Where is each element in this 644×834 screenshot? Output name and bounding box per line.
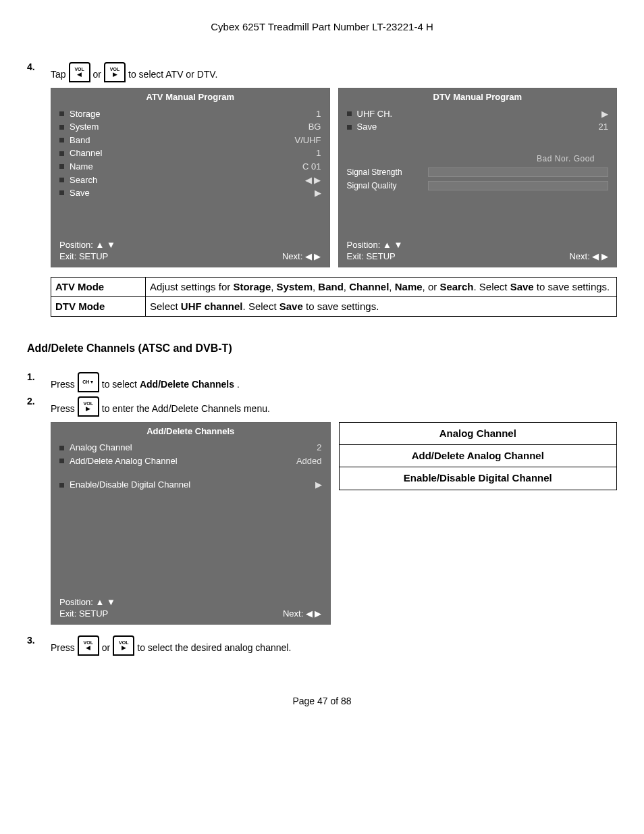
text: Press — [51, 378, 75, 391]
bold: Save — [279, 301, 303, 312]
menu-item: Storage1 — [59, 107, 321, 121]
ad-step-3: 3. Press VOL ◀ or VOL ▶ to select the de… — [27, 634, 617, 654]
triangle-right-icon: ▶ — [122, 645, 126, 651]
step-number: 3. — [27, 634, 51, 654]
menu-item: Add/Delete Analog ChannelAdded — [59, 454, 322, 468]
ch-down-icon: CH▼ — [78, 372, 99, 392]
atv-mode-desc: Adjust settings for Storage, System, Ban… — [146, 277, 617, 296]
item-value: 2 — [317, 442, 321, 454]
bold: Band — [318, 281, 344, 292]
bold: Search — [439, 281, 473, 292]
menu-item: NameC 01 — [59, 160, 321, 174]
footer-position: Position: ▲ ▼ — [59, 596, 322, 608]
dtv-mode-desc: Select UHF channel. Select Save to save … — [146, 296, 617, 316]
panel-footer: Position: ▲ ▼ Exit: SETUPNext: ◀ ▶ — [339, 236, 617, 267]
menu-item: Analog Channel2 — [59, 441, 322, 454]
bold: Name — [395, 281, 423, 292]
text: , — [344, 281, 349, 292]
vol-right-icon: VOL ▶ — [113, 635, 134, 656]
meter-bar — [428, 167, 609, 177]
panel-title: Add/Delete Channels — [51, 423, 330, 440]
text: to select the desired analog channel. — [137, 642, 291, 654]
text: Press — [51, 402, 75, 415]
meter-bar — [428, 181, 609, 190]
ad-step-1: 1. Press CH▼ to select Add/Delete Channe… — [27, 371, 617, 391]
signal-strength-row: Signal Strength — [347, 167, 609, 178]
option-table: Analog Channel Add/Delete Analog Channel… — [339, 422, 618, 490]
panel-title: ATV Manual Program — [51, 88, 329, 106]
mode-table: ATV Mode Adjust settings for Storage, Sy… — [51, 277, 617, 317]
item-label: Storage — [70, 108, 316, 120]
footer-exit: Exit: SETUP — [347, 251, 570, 263]
triangle-right-icon: ▶ — [113, 72, 117, 78]
bold: Save — [510, 281, 534, 292]
item-label: System — [70, 121, 308, 133]
signal-meters: Bad Nor. Good Signal Strength Signal Qua… — [339, 153, 617, 199]
footer-position: Position: ▲ ▼ — [59, 239, 321, 251]
meter-scale: Bad Nor. Good — [347, 153, 609, 164]
text: , — [271, 281, 276, 292]
text: . — [237, 378, 240, 391]
text: Select — [150, 301, 181, 312]
page-footer: Page 47 of 88 — [27, 695, 617, 708]
text: . Select — [243, 301, 279, 312]
panel-footer: Position: ▲ ▼ Exit: SETUPNext: ◀ ▶ — [51, 594, 330, 624]
item-label: Search — [70, 174, 305, 186]
option-cell: Analog Channel — [339, 422, 617, 444]
item-value: 1 — [316, 108, 321, 120]
footer-position: Position: ▲ ▼ — [347, 239, 609, 251]
atv-panel: ATV Manual Program Storage1 SystemBG Ban… — [51, 88, 330, 267]
text: Adjust settings for — [150, 281, 233, 292]
item-value: V/UHF — [295, 134, 321, 147]
vol-left-icon: VOL ◀ — [78, 635, 99, 656]
text: or — [102, 642, 110, 654]
bullet-icon — [59, 138, 64, 142]
bullet-icon — [59, 151, 64, 156]
text: Press — [51, 642, 75, 654]
triangle-right-icon: ▶ — [86, 406, 90, 412]
panel-footer: Position: ▲ ▼ Exit: SETUPNext: ◀ ▶ — [51, 236, 329, 267]
item-value: 21 — [599, 121, 608, 133]
icon-label: CH▼ — [82, 380, 94, 384]
item-value: ▶ — [315, 187, 321, 199]
signal-quality-row: Signal Quality — [347, 180, 609, 191]
menu-item: Search◀ ▶ — [59, 174, 321, 187]
triangle-left-icon: ◀ — [77, 72, 82, 78]
step-number: 1. — [27, 371, 51, 391]
item-value: C 01 — [302, 161, 321, 173]
doc-header: Cybex 625T Treadmill Part Number LT-2322… — [27, 20, 617, 34]
bold: UHF channel — [181, 301, 243, 312]
item-value: ▶ — [601, 108, 608, 120]
menu-item: BandV/UHF — [59, 134, 321, 147]
add-delete-panel: Add/Delete Channels Analog Channel2 Add/… — [51, 422, 331, 625]
bullet-icon — [59, 190, 64, 195]
step-4: 4. Tap VOL ◀ or VOL ▶ to select ATV or D… — [27, 61, 617, 81]
text: to select ATV or DTV. — [128, 68, 217, 81]
item-label: Analog Channel — [70, 442, 317, 454]
bullet-icon — [59, 483, 64, 488]
dtv-mode-label: DTV Mode — [51, 296, 146, 316]
vol-right-icon: VOL ▶ — [104, 62, 126, 82]
ad-panels: Add/Delete Channels Analog Channel2 Add/… — [51, 422, 617, 625]
text: or — [93, 68, 101, 81]
dtv-panel: DTV Manual Program UHF CH.▶ Save21 Bad N… — [338, 88, 618, 267]
bullet-icon — [59, 178, 64, 182]
bullet-icon — [347, 111, 352, 116]
menu-item: Save21 — [347, 120, 609, 134]
menu-item: UHF CH.▶ — [347, 107, 609, 121]
footer-next: Next: ◀ ▶ — [283, 608, 322, 620]
item-label: UHF CH. — [357, 108, 602, 120]
triangle-left-icon: ◀ — [86, 645, 90, 651]
menu-item: SystemBG — [59, 120, 321, 134]
item-value: ▶ — [315, 479, 322, 491]
text: to save settings. — [534, 281, 610, 292]
text: to save settings. — [303, 301, 379, 312]
footer-next: Next: ◀ ▶ — [282, 251, 321, 263]
footer-exit: Exit: SETUP — [59, 608, 283, 620]
item-value: 1 — [316, 147, 321, 159]
bullet-icon — [347, 125, 352, 130]
item-label: Band — [70, 134, 295, 147]
footer-exit: Exit: SETUP — [59, 251, 282, 263]
item-label: Add/Delete Analog Channel — [70, 455, 296, 467]
menu-item: Save▶ — [59, 186, 321, 200]
